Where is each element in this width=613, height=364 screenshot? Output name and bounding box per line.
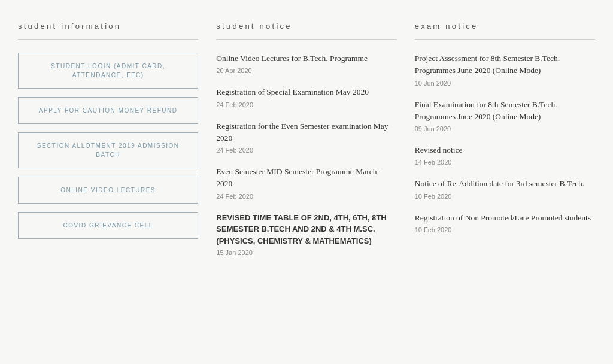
exam-notice-item-2: Revised notice14 Feb 2020 (415, 144, 595, 166)
student-info-btn-student-login[interactable]: STUDENT LOGIN (ADMIT CARD, ATTENDANCE, E… (18, 53, 198, 89)
student-info-btn-caution-money[interactable]: APPLY FOR CAUTION MONEY REFUND (18, 97, 198, 124)
student-notice-item-3: Even Semester MID Semester Programme Mar… (216, 166, 396, 200)
exam-notice-title-0[interactable]: Project Assessment for 8th Semester B.Te… (415, 53, 595, 77)
exam-notice-date-0: 10 Jun 2020 (415, 80, 595, 87)
exam-notice-column: exam notice Project Assessment for 8th S… (415, 22, 595, 268)
student-info-btn-section-allotment[interactable]: SECTION ALLOTMENT 2019 ADMISSION BATCH (18, 132, 198, 168)
exam-notice-item-1: Final Examination for 8th Semester B.Tec… (415, 99, 595, 133)
page-wrapper: student information STUDENT LOGIN (ADMIT… (0, 0, 613, 290)
student-notice-item-0: Online Video Lectures for B.Tech. Progra… (216, 53, 396, 74)
student-notice-item-4: REVISED TIME TABLE OF 2ND, 4TH, 6TH, 8TH… (216, 212, 396, 257)
exam-notice-item-3: Notice of Re-Addition date for 3rd semes… (415, 178, 595, 199)
exam-notice-date-1: 09 Jun 2020 (415, 125, 595, 132)
exam-notice-list: Project Assessment for 8th Semester B.Te… (415, 53, 595, 233)
student-notice-date-2: 24 Feb 2020 (216, 147, 396, 154)
exam-notice-title-3[interactable]: Notice of Re-Addition date for 3rd semes… (415, 178, 595, 190)
student-notice-item-1: Registration of Special Examination May … (216, 86, 396, 108)
student-notice-item-2: Registration for the Even Semester exami… (216, 120, 396, 154)
exam-notice-date-4: 10 Feb 2020 (415, 226, 595, 233)
student-info-column: student information STUDENT LOGIN (ADMIT… (18, 22, 198, 268)
student-info-header: student information (18, 22, 198, 31)
student-info-btn-online-video[interactable]: ONLINE VIDEO LECTURES (18, 177, 198, 204)
exam-notice-divider (415, 39, 595, 40)
student-notice-title-4[interactable]: REVISED TIME TABLE OF 2ND, 4TH, 6TH, 8TH… (216, 212, 396, 247)
student-info-divider (18, 39, 198, 40)
exam-notice-item-0: Project Assessment for 8th Semester B.Te… (415, 53, 595, 87)
student-notice-title-1[interactable]: Registration of Special Examination May … (216, 86, 396, 98)
student-notice-title-2[interactable]: Registration for the Even Semester exami… (216, 120, 396, 145)
exam-notice-date-3: 10 Feb 2020 (415, 193, 595, 200)
exam-notice-title-1[interactable]: Final Examination for 8th Semester B.Tec… (415, 99, 595, 123)
student-notice-date-4: 15 Jan 2020 (216, 249, 396, 256)
student-notice-date-0: 20 Apr 2020 (216, 67, 396, 74)
student-info-btn-covid-grievance[interactable]: COVID GRIEVANCE CELL (18, 212, 198, 239)
student-notice-date-3: 24 Feb 2020 (216, 193, 396, 200)
student-notice-title-0[interactable]: Online Video Lectures for B.Tech. Progra… (216, 53, 396, 65)
student-notice-divider (216, 39, 396, 40)
student-info-buttons: STUDENT LOGIN (ADMIT CARD, ATTENDANCE, E… (18, 53, 198, 239)
student-notice-date-1: 24 Feb 2020 (216, 101, 396, 108)
exam-notice-header: exam notice (415, 22, 595, 31)
exam-notice-title-2[interactable]: Revised notice (415, 144, 595, 156)
exam-notice-date-2: 14 Feb 2020 (415, 159, 595, 166)
student-notice-title-3[interactable]: Even Semester MID Semester Programme Mar… (216, 166, 396, 190)
student-notice-header: student notice (216, 22, 396, 31)
student-notice-list: Online Video Lectures for B.Tech. Progra… (216, 53, 396, 256)
columns-container: student information STUDENT LOGIN (ADMIT… (18, 22, 595, 268)
student-notice-column: student notice Online Video Lectures for… (216, 22, 396, 268)
exam-notice-item-4: Registration of Non Promoted/Late Promot… (415, 212, 595, 233)
exam-notice-title-4[interactable]: Registration of Non Promoted/Late Promot… (415, 212, 595, 224)
